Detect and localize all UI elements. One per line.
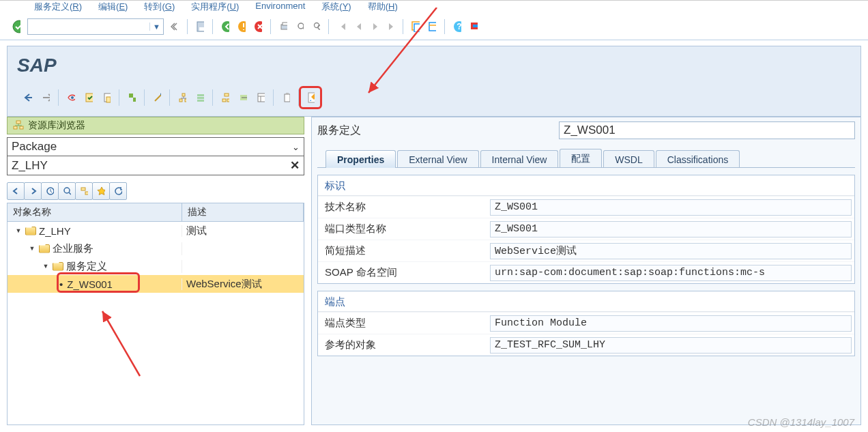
svg-rect-25 [133,98,136,102]
first-page-icon[interactable] [333,18,349,35]
browser-title: 资源库浏览器 [28,119,85,132]
ok-icon[interactable] [8,18,25,35]
identification-panel: 标识 技术名称Z_WS001 端口类型名称Z_WS001 简短描述WebServ… [317,175,855,284]
nav-fwd-icon[interactable] [38,89,54,106]
service-def-label: 服务定义 [317,124,559,138]
svg-rect-44 [14,126,17,129]
chevron-down-icon[interactable]: ▼ [149,23,163,31]
package-filter[interactable]: Z_LHY ✕ [7,156,304,175]
local-layout-icon[interactable] [465,18,482,35]
new-window-icon[interactable] [407,18,424,35]
print-icon[interactable] [275,18,291,35]
svg-rect-41 [286,93,289,95]
where-used-icon[interactable] [174,89,190,106]
other-object-icon[interactable] [124,89,140,106]
chevron-left-icon[interactable] [167,18,183,35]
layout-icon[interactable] [424,18,440,35]
menu-edit[interactable]: 编辑(E) [98,1,128,10]
svg-rect-2 [199,27,204,31]
menu-system[interactable]: 系统(Y) [321,1,351,10]
enhance-icon[interactable] [149,89,165,106]
svg-rect-28 [179,99,182,102]
display-icon[interactable] [63,89,79,106]
refresh-icon[interactable] [109,182,127,200]
svg-rect-13 [414,24,420,32]
chevron-down-icon: ⌄ [292,142,300,152]
edit-icon[interactable] [302,89,319,106]
nav-back-icon[interactable] [20,89,36,106]
tab-external-view[interactable]: External View [397,150,478,168]
toolbar-sub [16,86,852,109]
endpoint-type-field[interactable]: Function Module [490,315,852,332]
back-green-icon[interactable] [217,18,233,35]
port-type-field[interactable]: Z_WS001 [490,221,852,237]
favorite-icon[interactable] [92,182,110,200]
prev-icon[interactable] [7,182,25,200]
tree-row[interactable]: ▼企业服务 [8,240,304,257]
menu-services[interactable]: 服务定义(R) [34,1,82,10]
tab-internal-view[interactable]: Internal View [480,150,559,168]
tree-toolbar [7,182,304,200]
svg-point-11 [318,25,320,29]
svg-rect-35 [227,99,229,102]
find-tree-icon[interactable] [58,182,76,200]
svg-rect-30 [197,94,204,96]
menu-utilities[interactable]: 实用程序(U) [191,1,239,10]
toolbar-main: ▼ ? [0,13,868,40]
svg-rect-14 [429,23,436,31]
fullscreen-icon[interactable] [252,89,269,106]
clipboard-icon[interactable] [278,89,294,106]
hierarchy-icon [13,120,24,132]
svg-rect-34 [222,99,226,102]
svg-rect-33 [225,93,229,96]
find-next-icon[interactable] [308,18,324,35]
object-list-icon[interactable] [192,89,208,106]
svg-line-48 [69,192,71,195]
svg-rect-50 [85,192,88,195]
last-page-icon[interactable] [382,18,399,35]
tab-classifications[interactable]: Classifications [656,150,740,168]
tree-row[interactable]: ▼服务定义 [8,257,304,275]
svg-rect-31 [197,97,204,99]
navigation-icon[interactable] [235,89,251,106]
tree-row-selected[interactable]: •Z_WS001 WebService测试 [8,275,304,293]
svg-rect-27 [182,93,185,96]
package-select[interactable]: Package ⌄ [7,137,304,156]
short-desc-field[interactable]: WebService测试 [490,243,852,259]
tab-properties[interactable]: Properties [326,150,396,168]
ref-object-field[interactable]: Z_TEST_RFC_SUM_LHY [490,337,852,354]
menu-help[interactable]: 帮助(H) [368,1,398,10]
display-tree-icon[interactable] [75,182,93,200]
soap-namespace-field[interactable]: urn:sap-com:document:sap:soap:functions:… [490,265,852,281]
tree-row[interactable]: ▼Z_LHY 测试 [8,222,304,240]
activate-icon[interactable] [98,89,115,106]
next-icon[interactable] [24,182,42,200]
col-desc: 描述 [182,203,304,221]
svg-rect-19 [473,25,478,27]
next-page-icon[interactable] [366,18,382,35]
save-icon[interactable] [192,18,208,35]
repository-browser: 资源库浏览器 Package ⌄ Z_LHY ✕ [7,117,304,425]
svg-rect-40 [285,94,290,102]
tab-strip: Properties External View Internal View 配… [317,147,855,168]
cancel-red-icon[interactable] [250,18,266,35]
svg-rect-23 [106,97,111,102]
prev-page-icon[interactable] [349,18,366,35]
tab-config[interactable]: 配置 [560,149,602,168]
clear-filter-icon[interactable]: ✕ [290,158,300,173]
tech-name-field[interactable]: Z_WS001 [490,199,852,216]
history-icon[interactable] [41,182,59,200]
service-def-input[interactable]: Z_WS001 [559,121,855,139]
app-title: SAP [17,55,852,76]
find-icon[interactable] [291,18,308,35]
command-field[interactable]: ▼ [27,18,164,35]
menu-goto[interactable]: 转到(G) [144,1,175,10]
tab-wsdl[interactable]: WSDL [603,150,654,168]
menu-environment[interactable]: Environment [255,1,305,10]
svg-rect-29 [185,99,186,102]
tree-icon[interactable] [217,89,233,106]
exit-orange-icon[interactable] [233,18,250,35]
check-icon[interactable] [81,89,97,106]
svg-rect-49 [81,188,85,190]
help-icon[interactable]: ? [449,18,465,35]
